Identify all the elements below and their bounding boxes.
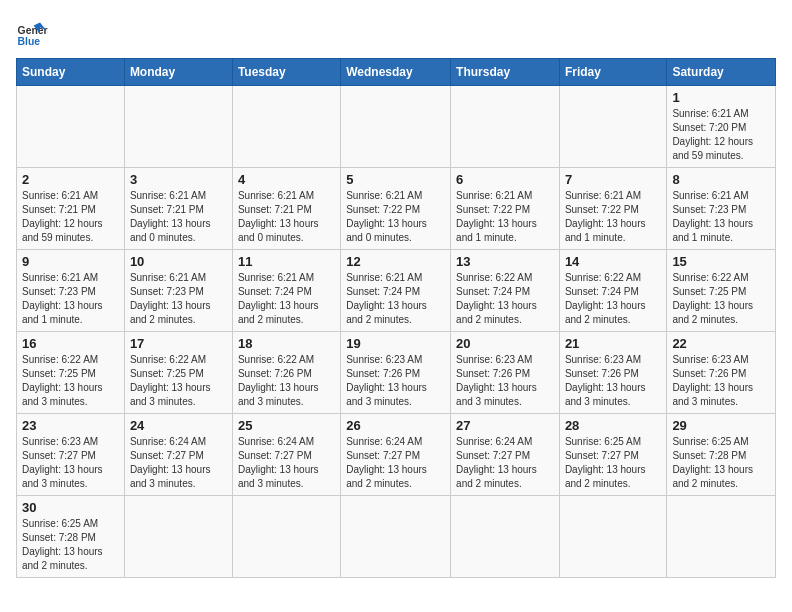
- day-info: Sunrise: 6:21 AM Sunset: 7:21 PM Dayligh…: [130, 189, 227, 245]
- day-number: 18: [238, 336, 335, 351]
- calendar-cell: 16Sunrise: 6:22 AM Sunset: 7:25 PM Dayli…: [17, 332, 125, 414]
- day-number: 19: [346, 336, 445, 351]
- day-number: 4: [238, 172, 335, 187]
- day-number: 28: [565, 418, 661, 433]
- day-info: Sunrise: 6:21 AM Sunset: 7:23 PM Dayligh…: [22, 271, 119, 327]
- calendar-cell: [17, 86, 125, 168]
- calendar-week-row: 1Sunrise: 6:21 AM Sunset: 7:20 PM Daylig…: [17, 86, 776, 168]
- day-info: Sunrise: 6:22 AM Sunset: 7:24 PM Dayligh…: [456, 271, 554, 327]
- calendar-cell: 25Sunrise: 6:24 AM Sunset: 7:27 PM Dayli…: [232, 414, 340, 496]
- calendar-cell: [451, 496, 560, 578]
- calendar-cell: 4Sunrise: 6:21 AM Sunset: 7:21 PM Daylig…: [232, 168, 340, 250]
- calendar-cell: 21Sunrise: 6:23 AM Sunset: 7:26 PM Dayli…: [559, 332, 666, 414]
- calendar-cell: [341, 86, 451, 168]
- day-number: 1: [672, 90, 770, 105]
- day-number: 6: [456, 172, 554, 187]
- column-header-monday: Monday: [124, 59, 232, 86]
- calendar-cell: 11Sunrise: 6:21 AM Sunset: 7:24 PM Dayli…: [232, 250, 340, 332]
- day-number: 5: [346, 172, 445, 187]
- day-number: 14: [565, 254, 661, 269]
- calendar-cell: 19Sunrise: 6:23 AM Sunset: 7:26 PM Dayli…: [341, 332, 451, 414]
- day-info: Sunrise: 6:21 AM Sunset: 7:21 PM Dayligh…: [238, 189, 335, 245]
- day-number: 9: [22, 254, 119, 269]
- calendar-cell: [559, 86, 666, 168]
- day-number: 25: [238, 418, 335, 433]
- calendar-cell: 28Sunrise: 6:25 AM Sunset: 7:27 PM Dayli…: [559, 414, 666, 496]
- calendar-cell: 6Sunrise: 6:21 AM Sunset: 7:22 PM Daylig…: [451, 168, 560, 250]
- calendar-cell: 27Sunrise: 6:24 AM Sunset: 7:27 PM Dayli…: [451, 414, 560, 496]
- day-number: 11: [238, 254, 335, 269]
- calendar-cell: 30Sunrise: 6:25 AM Sunset: 7:28 PM Dayli…: [17, 496, 125, 578]
- day-number: 29: [672, 418, 770, 433]
- calendar-cell: [124, 496, 232, 578]
- day-number: 17: [130, 336, 227, 351]
- calendar-cell: 15Sunrise: 6:22 AM Sunset: 7:25 PM Dayli…: [667, 250, 776, 332]
- calendar-cell: 20Sunrise: 6:23 AM Sunset: 7:26 PM Dayli…: [451, 332, 560, 414]
- day-info: Sunrise: 6:23 AM Sunset: 7:26 PM Dayligh…: [346, 353, 445, 409]
- page-header: General Blue: [16, 16, 776, 48]
- calendar-cell: [559, 496, 666, 578]
- day-info: Sunrise: 6:25 AM Sunset: 7:27 PM Dayligh…: [565, 435, 661, 491]
- calendar-cell: 24Sunrise: 6:24 AM Sunset: 7:27 PM Dayli…: [124, 414, 232, 496]
- day-info: Sunrise: 6:23 AM Sunset: 7:26 PM Dayligh…: [456, 353, 554, 409]
- calendar-cell: 14Sunrise: 6:22 AM Sunset: 7:24 PM Dayli…: [559, 250, 666, 332]
- calendar-cell: [232, 86, 340, 168]
- day-info: Sunrise: 6:22 AM Sunset: 7:25 PM Dayligh…: [22, 353, 119, 409]
- column-header-thursday: Thursday: [451, 59, 560, 86]
- day-number: 10: [130, 254, 227, 269]
- calendar-cell: 13Sunrise: 6:22 AM Sunset: 7:24 PM Dayli…: [451, 250, 560, 332]
- logo-icon: General Blue: [16, 16, 48, 48]
- logo: General Blue: [16, 16, 48, 48]
- calendar-cell: 8Sunrise: 6:21 AM Sunset: 7:23 PM Daylig…: [667, 168, 776, 250]
- calendar-cell: 22Sunrise: 6:23 AM Sunset: 7:26 PM Dayli…: [667, 332, 776, 414]
- day-info: Sunrise: 6:24 AM Sunset: 7:27 PM Dayligh…: [130, 435, 227, 491]
- day-number: 16: [22, 336, 119, 351]
- calendar-cell: 9Sunrise: 6:21 AM Sunset: 7:23 PM Daylig…: [17, 250, 125, 332]
- day-number: 7: [565, 172, 661, 187]
- day-info: Sunrise: 6:23 AM Sunset: 7:26 PM Dayligh…: [565, 353, 661, 409]
- calendar-cell: 23Sunrise: 6:23 AM Sunset: 7:27 PM Dayli…: [17, 414, 125, 496]
- calendar-cell: 17Sunrise: 6:22 AM Sunset: 7:25 PM Dayli…: [124, 332, 232, 414]
- calendar-cell: 10Sunrise: 6:21 AM Sunset: 7:23 PM Dayli…: [124, 250, 232, 332]
- svg-text:Blue: Blue: [18, 36, 41, 47]
- calendar-cell: 1Sunrise: 6:21 AM Sunset: 7:20 PM Daylig…: [667, 86, 776, 168]
- calendar-cell: 2Sunrise: 6:21 AM Sunset: 7:21 PM Daylig…: [17, 168, 125, 250]
- calendar-cell: [451, 86, 560, 168]
- calendar-week-row: 16Sunrise: 6:22 AM Sunset: 7:25 PM Dayli…: [17, 332, 776, 414]
- day-number: 8: [672, 172, 770, 187]
- day-info: Sunrise: 6:24 AM Sunset: 7:27 PM Dayligh…: [346, 435, 445, 491]
- day-info: Sunrise: 6:22 AM Sunset: 7:24 PM Dayligh…: [565, 271, 661, 327]
- calendar-cell: 12Sunrise: 6:21 AM Sunset: 7:24 PM Dayli…: [341, 250, 451, 332]
- day-info: Sunrise: 6:21 AM Sunset: 7:20 PM Dayligh…: [672, 107, 770, 163]
- calendar-cell: 3Sunrise: 6:21 AM Sunset: 7:21 PM Daylig…: [124, 168, 232, 250]
- day-info: Sunrise: 6:21 AM Sunset: 7:21 PM Dayligh…: [22, 189, 119, 245]
- day-number: 22: [672, 336, 770, 351]
- day-info: Sunrise: 6:22 AM Sunset: 7:26 PM Dayligh…: [238, 353, 335, 409]
- day-info: Sunrise: 6:24 AM Sunset: 7:27 PM Dayligh…: [456, 435, 554, 491]
- day-info: Sunrise: 6:21 AM Sunset: 7:23 PM Dayligh…: [130, 271, 227, 327]
- day-info: Sunrise: 6:22 AM Sunset: 7:25 PM Dayligh…: [130, 353, 227, 409]
- day-info: Sunrise: 6:21 AM Sunset: 7:22 PM Dayligh…: [456, 189, 554, 245]
- calendar-cell: [667, 496, 776, 578]
- day-number: 20: [456, 336, 554, 351]
- column-header-saturday: Saturday: [667, 59, 776, 86]
- day-number: 12: [346, 254, 445, 269]
- day-info: Sunrise: 6:21 AM Sunset: 7:22 PM Dayligh…: [346, 189, 445, 245]
- calendar-week-row: 9Sunrise: 6:21 AM Sunset: 7:23 PM Daylig…: [17, 250, 776, 332]
- calendar-cell: [232, 496, 340, 578]
- day-info: Sunrise: 6:25 AM Sunset: 7:28 PM Dayligh…: [22, 517, 119, 573]
- calendar-cell: [124, 86, 232, 168]
- calendar-header-row: SundayMondayTuesdayWednesdayThursdayFrid…: [17, 59, 776, 86]
- day-number: 3: [130, 172, 227, 187]
- column-header-friday: Friday: [559, 59, 666, 86]
- svg-text:General: General: [18, 25, 48, 36]
- calendar-week-row: 30Sunrise: 6:25 AM Sunset: 7:28 PM Dayli…: [17, 496, 776, 578]
- day-number: 13: [456, 254, 554, 269]
- day-info: Sunrise: 6:21 AM Sunset: 7:24 PM Dayligh…: [238, 271, 335, 327]
- day-number: 30: [22, 500, 119, 515]
- calendar-week-row: 23Sunrise: 6:23 AM Sunset: 7:27 PM Dayli…: [17, 414, 776, 496]
- calendar-cell: 29Sunrise: 6:25 AM Sunset: 7:28 PM Dayli…: [667, 414, 776, 496]
- day-number: 21: [565, 336, 661, 351]
- column-header-wednesday: Wednesday: [341, 59, 451, 86]
- day-info: Sunrise: 6:22 AM Sunset: 7:25 PM Dayligh…: [672, 271, 770, 327]
